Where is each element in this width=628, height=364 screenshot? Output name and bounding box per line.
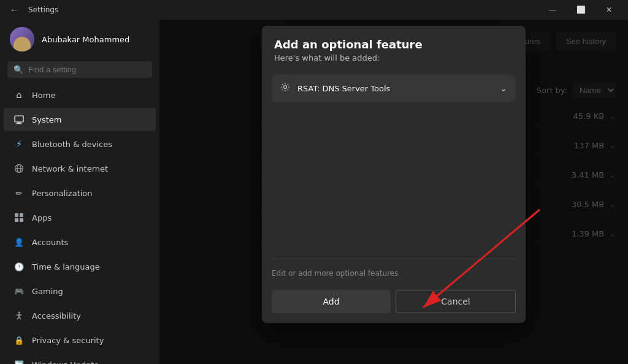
gear-icon [280,82,290,94]
svg-rect-9 [20,218,23,222]
dialog-body: RSAT: DNS Server Tools ⌄ [262,69,526,252]
windows-update-icon: 🔄 [13,359,25,364]
sidebar-item-network[interactable]: Network & internet [4,157,156,180]
svg-rect-1 [17,123,21,124]
dialog-header: Add an optional feature Here's what will… [262,26,526,69]
back-button[interactable]: ← [5,2,23,17]
personalization-icon: ✏️ [13,188,25,199]
avatar [10,27,34,51]
sidebar-item-apps[interactable]: Apps [4,206,156,229]
sidebar-item-label: Accessibility [32,311,81,320]
privacy-icon: 🔒 [13,335,25,346]
system-icon [13,114,25,125]
bluetooth-icon: ⚡ [13,138,25,150]
apps-icon [13,212,25,223]
search-icon: 🔍 [13,65,23,74]
sidebar: Abubakar Mohammed 🔍 ⌂ Home System ⚡ Blue… [0,20,159,364]
dialog: Add an optional feature Here's what will… [262,26,526,323]
sidebar-item-privacy[interactable]: 🔒 Privacy & security [4,328,156,352]
dialog-title: Add an optional feature [274,38,513,51]
sidebar-item-accounts[interactable]: 👤 Accounts [4,230,156,254]
svg-rect-8 [15,218,18,222]
sidebar-item-label: System [32,115,61,124]
feature-item: RSAT: DNS Server Tools ⌄ [272,75,516,102]
user-section: Abubakar Mohammed [0,20,159,59]
cancel-button[interactable]: Cancel [396,290,516,313]
overlay: Add an optional feature Here's what will… [159,20,628,364]
svg-rect-2 [16,124,22,124]
home-icon: ⌂ [13,89,25,100]
dialog-subtitle: Here's what will be added: [274,53,513,63]
sidebar-item-windows-update[interactable]: 🔄 Windows Update [4,353,156,364]
content-area: View features See history Sort by: Name … [159,20,628,364]
feature-name: RSAT: DNS Server Tools [297,84,492,93]
svg-point-15 [284,86,287,89]
minimize-button[interactable]: — [538,0,567,20]
sidebar-item-time[interactable]: 🕐 Time & language [4,255,156,278]
sidebar-item-label: Apps [32,213,52,222]
svg-point-10 [18,312,20,314]
gaming-icon: 🎮 [13,286,25,297]
time-icon: 🕐 [13,261,25,272]
dialog-actions: Add Cancel [262,284,526,323]
sidebar-item-label: Windows Update [32,360,99,365]
sidebar-item-gaming[interactable]: 🎮 Gaming [4,279,156,303]
search-box[interactable]: 🔍 [7,61,152,78]
sidebar-item-label: Home [32,91,55,100]
accessibility-icon [13,310,25,321]
sidebar-item-bluetooth[interactable]: ⚡ Bluetooth & devices [4,132,156,156]
window-controls: — ⬜ ✕ [538,0,623,20]
sidebar-item-personalization[interactable]: ✏️ Personalization [4,181,156,205]
svg-line-14 [19,317,21,319]
sidebar-item-label: Personalization [32,189,93,198]
sidebar-item-label: Privacy & security [32,336,104,345]
feature-chevron-icon: ⌄ [500,83,507,93]
user-name: Abubakar Mohammed [42,35,129,44]
sidebar-item-label: Bluetooth & devices [32,140,112,149]
window-title: Settings [28,6,58,14]
sidebar-item-label: Network & internet [32,164,108,173]
close-button[interactable]: ✕ [595,0,623,20]
search-input[interactable] [28,65,146,74]
dialog-footer-link[interactable]: Edit or add more optional features [262,265,526,284]
svg-rect-6 [15,213,18,217]
sidebar-item-home[interactable]: ⌂ Home [4,83,156,107]
app-body: Abubakar Mohammed 🔍 ⌂ Home System ⚡ Blue… [0,20,628,364]
svg-rect-0 [15,116,23,122]
sidebar-item-label: Accounts [32,238,68,247]
sidebar-item-label: Time & language [32,262,100,271]
network-icon [13,163,25,174]
dialog-divider [272,259,516,259]
sidebar-item-system[interactable]: System [4,108,156,131]
sidebar-item-label: Gaming [32,287,63,296]
accounts-icon: 👤 [13,237,25,248]
maximize-button[interactable]: ⬜ [567,0,595,20]
add-button[interactable]: Add [272,290,391,313]
sidebar-item-accessibility[interactable]: Accessibility [4,304,156,327]
title-bar: ← Settings — ⬜ ✕ [0,0,628,20]
svg-rect-7 [20,213,23,217]
